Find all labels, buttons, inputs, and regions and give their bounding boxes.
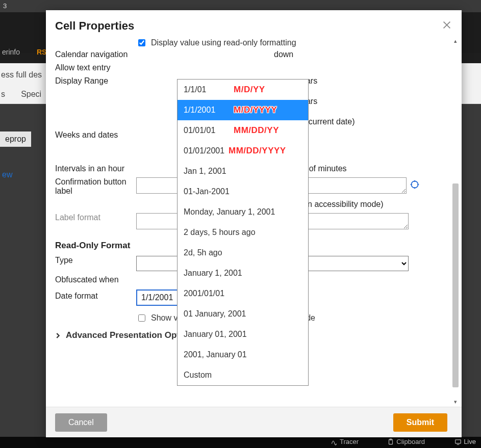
date-format-option[interactable]: 01/01/2001MM/DD/YYYY <box>178 141 308 161</box>
date-format-option-text: January 1, 2001 <box>184 269 242 278</box>
footer-live-label: Live <box>464 438 476 445</box>
date-format-option[interactable]: 01 January, 2001 <box>178 304 308 324</box>
date-format-option[interactable]: 2001, January 01 <box>178 345 308 365</box>
date-format-option-text: Monday, January 1, 2001 <box>184 207 275 217</box>
scroll-up-button[interactable]: ▴ <box>451 38 460 46</box>
modal-header: Cell Properties <box>46 10 462 38</box>
readonly-format-row: Display value using read-only formatting <box>136 38 445 48</box>
date-format-option[interactable]: 1/1/01M/D/YY <box>178 80 308 100</box>
bg-link: ew <box>0 170 12 179</box>
footer-clipboard-label: Clipboard <box>396 438 425 445</box>
allow-text-entry-value <box>136 61 445 65</box>
chevron-right-icon <box>55 333 61 338</box>
date-format-label: Date format <box>55 286 134 303</box>
nav-accent: RS <box>37 48 46 56</box>
modal-footer: Cancel Submit <box>46 407 462 437</box>
allow-text-entry-label: Allow text entry <box>55 61 134 74</box>
tracer-icon <box>331 438 338 445</box>
close-button[interactable] <box>441 19 452 34</box>
weeks-dates-label: Weeks and dates <box>55 128 134 142</box>
live-icon <box>454 438 462 445</box>
date-format-option-text: Jan 1, 2001 <box>184 167 226 176</box>
confirm-button-label-label: Confirmation button label <box>55 175 134 198</box>
footer-tracer-label: Tracer <box>340 438 359 445</box>
date-format-option-text: 01-Jan-2001 <box>184 187 230 196</box>
date-format-option-text: 2 days, 5 hours ago <box>184 228 256 237</box>
readonly-formatting-checkbox[interactable] <box>138 39 145 46</box>
date-format-option[interactable]: Jan 1, 2001 <box>178 161 308 181</box>
close-icon <box>441 19 452 31</box>
scroll-down-button[interactable]: ▾ <box>451 399 460 407</box>
date-format-option-text: January 01, 2001 <box>184 330 247 339</box>
label-format-label: Label format <box>55 211 134 224</box>
date-format-option-text: 01 January, 2001 <box>184 309 246 319</box>
footer-tracer[interactable]: Tracer <box>331 438 359 445</box>
date-format-option[interactable]: January 01, 2001 <box>178 324 308 345</box>
date-format-option[interactable]: 2 days, 5 hours ago <box>178 222 308 243</box>
date-format-option-text: 2d, 5h ago <box>184 248 222 257</box>
obfuscated-label: Obfuscated when <box>55 273 134 286</box>
subnav-line2a: s <box>1 90 5 98</box>
cell-properties-modal: Cell Properties Display value using read… <box>46 10 462 437</box>
calendar-nav-value: down <box>136 48 445 61</box>
format-pattern-badge: MM/DD/YYYY <box>229 146 286 156</box>
date-format-option[interactable]: Custom <box>178 365 308 385</box>
footer-clipboard[interactable]: Clipboard <box>387 438 425 445</box>
cancel-button[interactable]: Cancel <box>55 413 107 432</box>
date-format-option[interactable]: 2001/01/01 <box>178 283 308 304</box>
date-format-option-text: 1/1/2001 <box>184 106 215 115</box>
show-validation-checkbox[interactable] <box>138 314 145 322</box>
modal-body: Display value using read-only formatting… <box>46 38 462 407</box>
submit-button[interactable]: Submit <box>393 413 447 432</box>
date-format-option[interactable]: 2d, 5h ago <box>178 243 308 263</box>
date-format-option-text: 01/01/2001 <box>184 146 224 155</box>
subnav-line1: ess full des <box>0 70 42 80</box>
clipboard-icon <box>387 438 394 445</box>
date-format-option-text: 1/1/01 <box>184 85 206 94</box>
date-format-option-text: Custom <box>184 371 212 380</box>
scrollbar-track[interactable] <box>451 47 460 398</box>
date-format-option[interactable]: Monday, January 1, 2001 <box>178 202 308 222</box>
subnav-line2: s Speci <box>0 90 41 99</box>
footer-live[interactable]: Live <box>454 438 476 445</box>
format-pattern-badge: M/D/YY <box>234 85 265 95</box>
format-pattern-badge: MM/DD/YY <box>234 125 279 136</box>
subnav-line2b: Speci <box>21 90 41 98</box>
nav-text: erinfo <box>0 48 20 56</box>
date-format-option[interactable]: 01/01/01MM/DD/YY <box>178 120 308 141</box>
date-format-dropdown[interactable]: 1/1/01M/D/YY1/1/2001M/D/YYYY01/01/01MM/D… <box>177 79 309 386</box>
readonly-formatting-label: Display value using read-only formatting <box>151 38 296 47</box>
date-format-selected-value: 1/1/2001 <box>141 293 173 302</box>
date-format-option[interactable]: 01-Jan-2001 <box>178 181 308 202</box>
scrollbar-thumb[interactable] <box>452 183 459 387</box>
date-format-option-text: 2001/01/01 <box>184 289 224 298</box>
svg-point-3 <box>411 181 418 188</box>
svg-rect-2 <box>455 439 461 443</box>
crosshair-icon[interactable] <box>410 179 420 190</box>
date-format-option-text: 01/01/01 <box>184 126 215 135</box>
date-format-option-text: 2001, January 01 <box>184 350 247 359</box>
intervals-label: Intervals in an hour <box>55 162 134 175</box>
type-label: Type <box>55 254 134 267</box>
modal-title: Cell Properties <box>55 19 134 32</box>
date-format-option[interactable]: 1/1/2001M/D/YYYY <box>178 100 308 120</box>
date-format-option[interactable]: January 1, 2001 <box>178 263 308 283</box>
format-pattern-badge: M/D/YYYY <box>234 105 277 115</box>
bg-tab: eprop <box>0 131 31 147</box>
calendar-nav-label: Calendar navigation <box>55 48 134 61</box>
app-footer: Tracer Clipboard Live <box>0 437 481 448</box>
display-range-label: Display Range <box>55 74 134 88</box>
